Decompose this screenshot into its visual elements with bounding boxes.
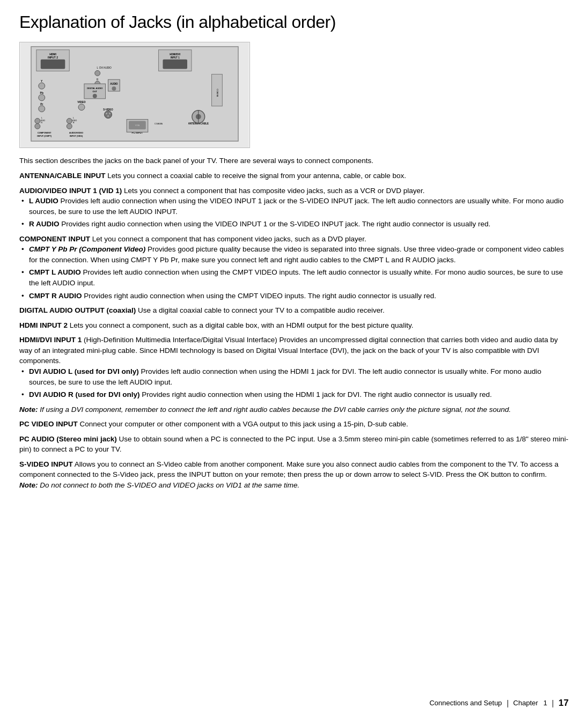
svg-text:INPUT 2: INPUT 2: [48, 56, 58, 59]
svg-text:Pb: Pb: [40, 92, 43, 94]
svg-rect-9: [163, 60, 187, 69]
note-label: Note:: [19, 405, 38, 414]
svg-point-33: [35, 119, 40, 124]
footer: Connections and Setup Chapter 1 17: [429, 697, 569, 710]
section-head-pc-audio: PC AUDIO (Stereo mini jack): [19, 435, 117, 443]
footer-chapter-label: Chapter: [513, 698, 538, 709]
note-s-video: Note: Do not connect to both the S-VIDEO…: [19, 480, 569, 491]
section-head-s-video: S-VIDEO INPUT: [19, 460, 73, 468]
section-pc-video: PC VIDEO INPUT Connect your computer or …: [19, 419, 569, 430]
bullet-item: DVI AUDIO L (used for DVI only) Provides…: [19, 366, 569, 387]
section-hdmi-dvi: HDMI/DVI INPUT 1 (High-Definition Multim…: [19, 335, 569, 415]
section-pc-audio: PC AUDIO (Stereo mini jack) Use to obtai…: [19, 434, 569, 455]
svg-text:INPUT (CMPT): INPUT (CMPT): [37, 135, 52, 138]
footer-divider: [508, 700, 508, 707]
sections-container: ANTENNA/CABLE INPUT Lets you connect a c…: [19, 171, 569, 491]
svg-text:Pr: Pr: [40, 103, 43, 106]
svg-point-42: [106, 113, 107, 115]
svg-text:R: R: [41, 122, 42, 124]
bullet-item: CMPT Y Pb Pr (Component Video) Provides …: [19, 244, 569, 265]
bullet-bold: L AUDIO: [29, 197, 58, 205]
svg-point-43: [109, 113, 111, 115]
svg-text:HDMI: HDMI: [49, 53, 56, 56]
bullet-item: R AUDIO Provides right audio connection …: [19, 219, 569, 230]
note-label: Note:: [19, 481, 38, 489]
section-hdmi2: HDMI INPUT 2 Lets you connect a componen…: [19, 320, 569, 331]
note-hdmi-dvi: Note: If using a DVI component, remember…: [19, 404, 569, 415]
section-digital-audio: DIGITAL AUDIO OUTPUT (coaxial) Use a dig…: [19, 305, 569, 316]
svg-text:DIGITAL AUDIO: DIGITAL AUDIO: [87, 87, 102, 90]
svg-point-11: [95, 71, 100, 76]
svg-point-34: [35, 124, 40, 129]
section-head-antenna: ANTENNA/CABLE INPUT: [19, 172, 106, 180]
section-head-hdmi-dvi: HDMI/DVI INPUT 1: [19, 336, 82, 344]
bullet-list-hdmi-dvi: DVI AUDIO L (used for DVI only) Provides…: [19, 366, 569, 400]
page-title: Explanation of Jacks (in alphabetical or…: [19, 10, 569, 34]
svg-text:OUT: OUT: [93, 90, 98, 93]
section-s-video: S-VIDEO INPUT Allows you to connect an S…: [19, 459, 569, 491]
svg-point-20: [39, 106, 45, 112]
svg-point-16: [39, 83, 45, 90]
footer-chapter-num: 1: [543, 698, 547, 709]
bullet-item: L AUDIO Provides left audio connection w…: [19, 196, 569, 217]
svg-text:COAXIA: COAXIA: [216, 89, 219, 97]
svg-text:VGA: VGA: [135, 124, 140, 127]
section-head-digital-audio: DIGITAL AUDIO OUTPUT (coaxial): [19, 306, 136, 314]
svg-text:INPUT 1: INPUT 1: [171, 56, 180, 59]
bullet-item: CMPT L AUDIO Provides left audio connect…: [19, 267, 569, 288]
section-head-hdmi2: HDMI INPUT 2: [19, 321, 68, 329]
svg-text:VIDEO: VIDEO: [77, 101, 86, 104]
svg-point-24: [93, 94, 97, 98]
svg-text:COAXIA: COAXIA: [155, 123, 163, 126]
footer-page-num: 17: [558, 697, 569, 710]
svg-text:DVI AUDIO: DVI AUDIO: [99, 67, 112, 70]
section-head-pc-video: PC VIDEO INPUT: [19, 420, 78, 428]
svg-text:COMPONENT: COMPONENT: [38, 132, 52, 135]
svg-rect-5: [41, 60, 65, 69]
section-head-component: COMPONENT INPUT: [19, 235, 90, 243]
bullet-item: DVI AUDIO R (used for DVI only) Provides…: [19, 389, 569, 400]
bullet-list-audio-video: L AUDIO Provides left audio connection w…: [19, 196, 569, 230]
svg-text:R: R: [97, 79, 98, 82]
svg-point-29: [78, 104, 85, 110]
svg-point-27: [112, 87, 116, 91]
bullet-bold: CMPT L AUDIO: [29, 268, 81, 276]
bullet-bold-italic: CMPT Y Pb Pr (Component Video): [29, 245, 145, 253]
svg-point-39: [67, 124, 72, 129]
bullet-list-component: CMPT Y Pb Pr (Component Video) Provides …: [19, 244, 569, 301]
svg-point-41: [105, 111, 112, 119]
svg-text:AUDIO: AUDIO: [110, 83, 118, 86]
bullet-bold: DVI AUDIO R (used for DVI only): [29, 390, 140, 399]
svg-point-38: [67, 119, 72, 124]
section-antenna: ANTENNA/CABLE INPUT Lets you connect a c…: [19, 171, 569, 181]
bullet-item: CMPT R AUDIO Provides right audio connec…: [19, 291, 569, 301]
section-head-audio-video: AUDIO/VIDEO INPUT 1 (VID 1): [19, 187, 122, 195]
svg-text:AUDIO/VIDEO: AUDIO/VIDEO: [69, 132, 83, 135]
svg-text:INPUT (VID1): INPUT (VID1): [70, 135, 83, 138]
footer-divider2: [553, 700, 553, 707]
bullet-bold: DVI AUDIO L (used for DVI only): [29, 367, 139, 375]
section-audio-video: AUDIO/VIDEO INPUT 1 (VID 1) Lets you con…: [19, 186, 569, 230]
bullet-bold: CMPT R AUDIO: [29, 292, 82, 300]
svg-text:R: R: [73, 122, 75, 124]
svg-point-18: [39, 94, 45, 101]
section-component: COMPONENT INPUT Let you connect a compon…: [19, 234, 569, 301]
svg-text:S-VIDEO: S-VIDEO: [103, 108, 113, 111]
svg-text:HDMI/DVI: HDMI/DVI: [170, 53, 180, 56]
intro-text: This section describes the jacks on the …: [19, 156, 569, 166]
svg-point-44: [107, 116, 109, 117]
footer-section: Connections and Setup: [429, 698, 502, 709]
bullet-bold: R AUDIO: [29, 220, 60, 228]
diagram-box: HDMI INPUT 2 HDMI/DVI INPUT 1 L DVI AUDI…: [19, 42, 250, 148]
